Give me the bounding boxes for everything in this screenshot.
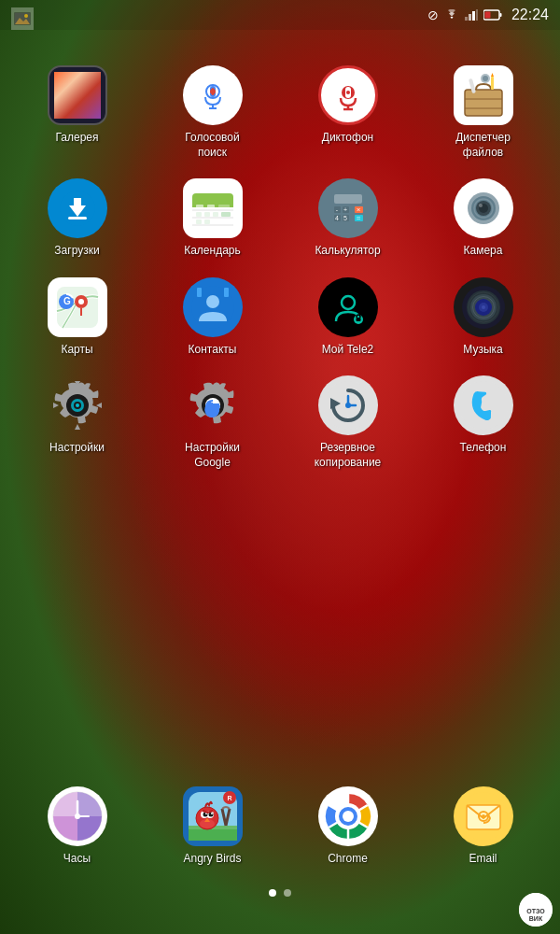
svg-rect-16 [211,88,214,95]
svg-rect-4 [465,17,468,21]
app-calendar[interactable]: Календарь [145,171,280,270]
svg-point-96 [76,403,79,407]
svg-point-125 [200,819,215,828]
gallery-icon [48,65,107,125]
app-music[interactable]: Музыка [415,270,551,369]
svg-rect-9 [499,13,501,17]
svg-rect-7 [476,9,478,21]
app-calculator[interactable]: × = - + 4 5 Калькулятор [280,171,415,270]
app-settings[interactable]: Настройки [9,368,145,481]
svg-rect-84 [356,318,360,321]
svg-rect-33 [74,198,81,209]
svg-rect-41 [196,205,203,209]
angrybirds-label: Angry Birds [183,852,241,867]
downloads-label: Загрузки [54,244,99,259]
watermark-logo: ОТЗО ВИК [519,893,553,927]
music-label: Музыка [463,343,502,358]
svg-point-105 [459,381,508,430]
photo-status-icon [11,7,34,30]
filemanager-label: Диспетчер файлов [446,131,521,160]
downloads-icon [48,178,107,238]
svg-rect-5 [469,14,471,21]
svg-point-78 [206,295,219,308]
calculator-label: Калькулятор [315,244,380,259]
svg-rect-79 [197,288,202,297]
svg-rect-6 [472,11,475,21]
svg-rect-45 [204,212,210,217]
app-dictaphone[interactable]: Диктофон [280,58,415,171]
wifi-icon [444,9,459,21]
settings-label: Настройки [49,441,105,456]
bottom-dock: Часы [0,779,560,878]
svg-rect-43 [218,205,230,209]
calendar-icon [183,178,243,238]
battery-icon [483,9,502,21]
dictaphone-label: Диктофон [322,131,373,146]
svg-text:ВИК: ВИК [529,915,543,922]
status-time: 22:24 [511,7,549,23]
googlesettings-icon [183,375,243,435]
app-tele2[interactable]: Мой Tele2 [280,270,415,369]
svg-text:ОТЗО: ОТЗО [526,908,545,914]
dot-1[interactable] [269,889,276,897]
app-gallery[interactable]: Галерея [9,58,145,171]
clock-icon [48,786,107,846]
svg-rect-44 [196,212,202,217]
app-googlesettings[interactable]: Настройки Google [145,368,280,481]
apps-grid: Галерея Голосовой поиск [0,39,560,482]
app-contacts[interactable]: Контакты [145,270,280,369]
app-camera[interactable]: Камера [415,171,551,270]
angrybirds-icon: R [183,786,243,846]
svg-text:=: = [356,214,360,222]
app-voicesearch[interactable]: Голосовой поиск [145,58,280,171]
app-filemanager[interactable]: Диспетчер файлов [415,58,551,171]
calendar-label: Календарь [184,244,241,259]
app-chrome[interactable]: Chrome [280,779,415,878]
svg-marker-30 [491,73,494,77]
email-label: Email [469,852,497,867]
svg-rect-10 [484,12,490,19]
svg-point-76 [78,299,84,304]
svg-text:R: R [227,795,231,801]
svg-text:G: G [63,296,71,306]
app-angrybirds[interactable]: R Angry Birds [145,779,280,878]
status-bar: ⊘ 22:24 [0,0,560,30]
svg-point-142 [482,814,485,818]
clock-label: Часы [63,852,91,867]
signal-icon [465,9,478,21]
camera-label: Камера [464,244,503,259]
dot-2[interactable] [284,889,291,897]
maps-label: Карты [61,343,92,358]
maps-icon: G [48,277,107,337]
svg-point-19 [346,91,350,94]
camera-icon [454,178,513,238]
svg-rect-99 [213,403,219,407]
voicesearch-label: Голосовой поиск [175,131,250,160]
top-bar-left [11,7,34,30]
app-backup[interactable]: Резервное копирование [280,368,415,481]
app-downloads[interactable]: Загрузки [9,171,145,270]
app-email[interactable]: Email [415,779,551,878]
svg-rect-48 [196,219,202,224]
contacts-label: Контакты [189,343,237,358]
svg-point-81 [327,286,370,329]
svg-point-3 [24,14,28,18]
svg-point-121 [211,813,213,814]
svg-text:×: × [356,205,360,214]
email-icon [454,786,513,846]
tele2-icon [318,277,378,337]
app-phone[interactable]: Телефон [415,368,551,481]
settings-icon [48,375,107,435]
backup-label: Резервное копирование [311,441,385,470]
app-clock[interactable]: Часы [9,779,145,878]
music-icon [454,277,513,337]
svg-text:5: 5 [343,215,347,221]
svg-rect-80 [224,288,229,297]
svg-rect-47 [221,212,231,217]
svg-point-131 [343,811,354,822]
svg-text:+: + [343,206,346,213]
app-maps[interactable]: G Карты [9,270,145,369]
svg-point-90 [482,305,485,309]
contacts-icon [183,277,243,337]
tele2-label: Мой Tele2 [322,343,374,358]
